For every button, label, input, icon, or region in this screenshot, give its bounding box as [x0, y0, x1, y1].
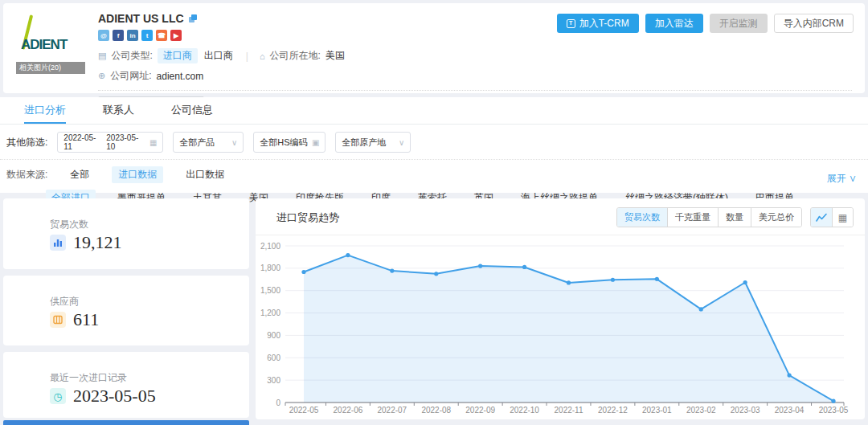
product-select-value: 全部产品: [179, 137, 215, 149]
view-toggle-group: ▦: [810, 207, 854, 227]
location-value: 美国: [326, 49, 345, 63]
trade-count-value: 19,121: [73, 232, 122, 253]
suppliers-value: 611: [73, 309, 99, 330]
importer-tag[interactable]: 进口商: [158, 48, 198, 63]
expand-label: 展开: [827, 173, 846, 184]
next-panel-edge: [3, 420, 249, 425]
tab-contacts[interactable]: 联系人: [103, 97, 134, 124]
linkedin-icon[interactable]: in: [127, 30, 138, 41]
trade-count-label: 贸易次数: [50, 218, 88, 231]
source-option-all[interactable]: 全部: [63, 166, 96, 183]
company-type-label: 公司类型:: [111, 49, 152, 63]
tab-import-analysis[interactable]: 进口分析: [24, 97, 66, 124]
svg-text:2022-10: 2022-10: [510, 406, 539, 415]
dotted-divider: [98, 90, 852, 91]
company-name: ADIENT US LLC: [98, 12, 184, 25]
svg-text:2023-01: 2023-01: [642, 406, 672, 415]
supplier-icon: [50, 312, 66, 328]
metric-toggle-group: 贸易次数千克重量数量美元总价: [616, 207, 802, 227]
trade-count-card: 贸易次数 19,121: [3, 198, 249, 269]
svg-text:0: 0: [276, 398, 280, 407]
product-select[interactable]: 全部产品 ∨: [173, 132, 244, 153]
origin-select[interactable]: 全部原产地 ∨: [335, 132, 411, 153]
suppliers-card: 供应商 611: [3, 276, 249, 345]
svg-text:600: 600: [267, 353, 280, 362]
svg-text:2023-03: 2023-03: [731, 406, 760, 415]
chevron-down-icon: ∨: [231, 138, 237, 147]
svg-text:1,200: 1,200: [260, 309, 280, 317]
company-logo: ADIENT 相关图片(20): [16, 11, 85, 74]
metric-toggle[interactable]: 美元总价: [751, 208, 801, 227]
table-view-icon[interactable]: ▦: [832, 208, 853, 227]
company-header-card: ADIENT 相关图片(20) ADIENT US LLC @ f in t ☎…: [3, 3, 865, 93]
line-chart-icon[interactable]: [811, 208, 832, 227]
svg-text:1,500: 1,500: [260, 286, 280, 295]
tcrm-icon: T: [567, 19, 575, 28]
source-option-export[interactable]: 出口数据: [179, 166, 231, 183]
bar-chart-icon: [50, 235, 66, 251]
svg-text:2022-12: 2022-12: [598, 406, 628, 415]
metric-toggle[interactable]: 贸易次数: [617, 208, 667, 227]
clock-icon: ◷: [50, 388, 66, 404]
website-label: 公司网址:: [110, 69, 151, 83]
twitter-icon[interactable]: t: [141, 30, 153, 41]
svg-text:300: 300: [267, 376, 280, 385]
chart-title: 进口贸易趋势: [276, 210, 339, 225]
svg-text:2023-05: 2023-05: [819, 406, 849, 415]
enable-monitor-button[interactable]: 开启监测: [710, 14, 768, 33]
add-to-radar-button[interactable]: 加入雷达: [645, 14, 703, 33]
enable-monitor-label: 开启监测: [719, 17, 758, 31]
suppliers-label: 供应商: [50, 295, 79, 309]
phone-icon[interactable]: ☎: [156, 30, 167, 41]
svg-text:2023-04: 2023-04: [775, 406, 805, 415]
import-trend-card: 进口贸易趋势 贸易次数千克重量数量美元总价 ▦ 03006009001,2001…: [256, 198, 865, 419]
add-to-radar-label: 加入雷达: [655, 17, 694, 31]
svg-text:2023-02: 2023-02: [686, 406, 716, 415]
svg-text:2022-05: 2022-05: [289, 406, 319, 415]
copy-icon[interactable]: [189, 14, 198, 23]
trend-chart[interactable]: 03006009001,2001,5001,8002,1002022-05202…: [256, 235, 865, 420]
hs-code-input[interactable]: 全部HS编码 ▣: [253, 132, 326, 153]
metric-toggle[interactable]: 数量: [718, 208, 751, 227]
facebook-icon[interactable]: f: [113, 30, 124, 41]
data-source-label: 数据来源:: [6, 168, 47, 182]
last-import-value: 2023-05-05: [73, 386, 156, 407]
svg-text:1,800: 1,800: [260, 264, 280, 272]
add-to-tcrm-button[interactable]: T 加入T-CRM: [557, 14, 639, 33]
location-label: 公司所在地:: [270, 49, 321, 63]
location-icon: ⌂: [260, 51, 265, 61]
hs-code-value: 全部HS编码: [260, 137, 307, 149]
last-import-card: 最近一次进口记录 ◷ 2023-05-05: [3, 352, 249, 418]
youtube-icon[interactable]: ▶: [170, 30, 182, 41]
website-value[interactable]: adient.com: [157, 71, 204, 82]
svg-text:2022-09: 2022-09: [465, 406, 495, 415]
panel-icon: ▣: [312, 138, 319, 147]
company-type-icon: ▤: [98, 51, 106, 61]
svg-text:2022-07: 2022-07: [377, 406, 407, 415]
other-filters-label: 其他筛选:: [6, 136, 47, 149]
source-option-import[interactable]: 进口数据: [112, 166, 163, 183]
chevron-down-icon: ∨: [849, 173, 857, 184]
add-to-tcrm-label: 加入T-CRM: [579, 17, 629, 31]
svg-text:2,100: 2,100: [260, 242, 280, 251]
date-range-input[interactable]: 2022-05-11 2023-05-10 ▦: [57, 132, 163, 153]
date-start-value: 2022-05-11: [63, 133, 103, 151]
globe-icon: ⊕: [98, 71, 105, 81]
logo-text: ADIENT: [21, 37, 67, 53]
import-crm-button[interactable]: 导入内部CRM: [774, 14, 854, 33]
divider: |: [246, 51, 248, 62]
tab-company-info[interactable]: 公司信息: [171, 97, 213, 124]
last-import-label: 最近一次进口记录: [50, 371, 127, 385]
svg-text:2022-08: 2022-08: [421, 406, 451, 415]
calendar-icon: ▦: [149, 138, 157, 147]
svg-text:2022-06: 2022-06: [334, 406, 363, 415]
expand-link[interactable]: 展开 ∨: [827, 172, 857, 186]
filters-section: 进口分析 联系人 公司信息 其他筛选: 2022-05-11 2023-05-1…: [0, 97, 868, 193]
origin-select-value: 全部原产地: [342, 137, 386, 149]
chevron-down-icon: ∨: [399, 138, 404, 147]
svg-text:2022-11: 2022-11: [555, 406, 583, 415]
exporter-tag[interactable]: 出口商: [203, 48, 235, 63]
website-icon[interactable]: @: [98, 30, 109, 41]
related-images-label[interactable]: 相关图片(20): [16, 62, 85, 74]
metric-toggle[interactable]: 千克重量: [667, 208, 718, 227]
